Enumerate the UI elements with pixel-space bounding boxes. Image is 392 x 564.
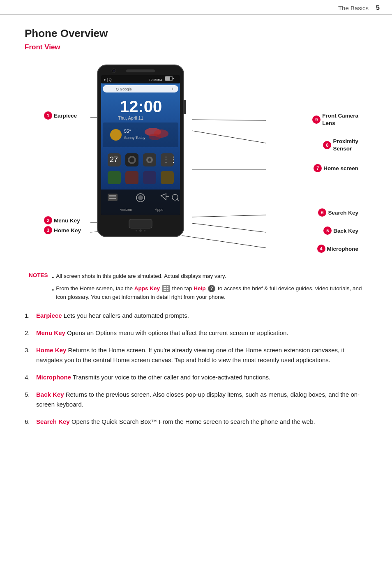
note-1: All screen shots in this guide are simul… <box>56 272 226 281</box>
item-num-3: 3. <box>25 345 34 355</box>
notes-section: NOTES • All screen shots in this guide a… <box>25 272 371 302</box>
item-content-1: Earpiece Lets you hear callers and autom… <box>36 311 189 321</box>
bullet-dot-2: • <box>52 286 54 295</box>
svg-point-25 <box>110 129 122 141</box>
svg-rect-43 <box>143 171 156 184</box>
help-icon: ? <box>208 285 215 292</box>
header-title: The Basics <box>338 5 369 12</box>
list-item-5: 5. Back Key Returns to the previous scre… <box>25 390 371 409</box>
item-desc-4: Transmits your voice to the other caller… <box>73 374 270 381</box>
sub-title: Front View <box>25 43 371 51</box>
svg-point-38 <box>148 158 151 162</box>
header-page: 5 <box>376 4 380 12</box>
svg-rect-17 <box>173 78 174 79</box>
list-item-2: 2. Menu Key Opens an Options menu with o… <box>25 328 371 338</box>
section-title: Phone Overview <box>25 27 371 40</box>
main-content: Phone Overview Front View <box>0 15 392 446</box>
list-item-1: 1. Earpiece Lets you hear callers and au… <box>25 311 371 321</box>
svg-text:Q Google: Q Google <box>116 87 132 91</box>
svg-text:Apps: Apps <box>155 208 164 212</box>
text-front-camera: Front CameraLens <box>322 112 358 127</box>
item-content-4: Microphone Transmits your voice to the o… <box>36 372 270 382</box>
apps-key-icon <box>162 285 170 292</box>
num-proximity: 8 <box>323 141 331 149</box>
apps-key-label: Apps Key <box>134 285 160 291</box>
svg-point-35 <box>129 157 134 162</box>
text-home-key: Home Key <box>54 227 81 233</box>
phone-image: ● | Q 12:35PM ▲▲ Q Google + 12:00 Thu, A… <box>95 63 186 236</box>
num-front-camera: 9 <box>312 116 321 124</box>
item-content-3: Home Key Returns to the Home screen. If … <box>36 345 371 365</box>
svg-rect-61 <box>129 219 152 228</box>
phone-diagram: ● | Q 12:35PM ▲▲ Q Google + 12:00 Thu, A… <box>30 59 367 260</box>
item-desc-2: Opens an Options menu with options that … <box>67 329 288 336</box>
num-home-key: 3 <box>44 226 52 234</box>
item-desc-3: Returns to the Home screen. If you're al… <box>36 347 344 363</box>
text-earpiece: Earpiece <box>54 113 77 119</box>
item-key-5: Back Key <box>36 391 64 398</box>
text-home-screen: Home screen <box>323 165 358 171</box>
num-microphone: 4 <box>317 245 325 253</box>
list-item-6: 6. Search Key Opens the Quick Search Box… <box>25 417 371 427</box>
help-label: Help <box>194 285 205 291</box>
text-search-key: Search Key <box>328 210 358 216</box>
list-item-4: 4. Microphone Transmits your voice to th… <box>25 372 371 382</box>
item-content-2: Menu Key Opens an Options menu with opti… <box>36 328 288 338</box>
page-header: The Basics 5 <box>0 0 392 15</box>
svg-text:Thu, April 11: Thu, April 11 <box>118 116 143 120</box>
svg-rect-19 <box>103 85 178 92</box>
svg-text:27: 27 <box>110 155 118 164</box>
svg-point-64 <box>136 230 137 231</box>
item-num-5: 5. <box>25 390 34 400</box>
svg-point-63 <box>139 229 142 232</box>
text-microphone: Microphone <box>327 246 359 252</box>
label-home-key: 3 Home Key <box>44 226 81 234</box>
label-back-key: 5 Back Key <box>323 227 358 235</box>
num-search-key: 6 <box>318 208 326 217</box>
label-front-camera: 9 Front CameraLens <box>312 112 358 127</box>
svg-point-30 <box>149 134 161 140</box>
text-proximity: ProximitySensor <box>333 138 358 152</box>
svg-text:55°: 55° <box>124 129 131 134</box>
item-key-2: Menu Key <box>36 329 65 336</box>
item-key-3: Home Key <box>36 347 66 354</box>
svg-rect-58 <box>126 69 155 72</box>
bullet-dot-1: • <box>52 273 54 282</box>
label-earpiece: 1 Earpiece <box>44 111 77 120</box>
item-content-5: Back Key Returns to the previous screen.… <box>36 390 371 409</box>
item-num-6: 6. <box>25 417 34 427</box>
svg-point-65 <box>144 230 145 231</box>
notes-label: NOTES <box>29 272 48 302</box>
item-key-4: Microphone <box>36 374 71 381</box>
svg-text:Sunny Today: Sunny Today <box>124 136 145 140</box>
svg-line-8 <box>182 236 266 248</box>
label-menu-key: 2 Menu Key <box>44 216 80 224</box>
svg-text:● | Q: ● | Q <box>104 78 112 82</box>
item-content-6: Search Key Opens the Quick Search Box™ F… <box>36 417 315 427</box>
text-back-key: Back Key <box>333 228 358 234</box>
svg-line-6 <box>192 215 266 217</box>
text-menu-key: Menu Key <box>54 217 80 224</box>
item-desc-6: Opens the Quick Search Box™ From the Hom… <box>71 418 315 425</box>
svg-line-3 <box>192 120 266 120</box>
label-proximity: 8 ProximitySensor <box>323 138 358 152</box>
item-key-1: Earpiece <box>36 312 62 319</box>
svg-rect-41 <box>108 171 121 184</box>
svg-text:▲▲: ▲▲ <box>157 78 163 81</box>
svg-point-51 <box>138 195 143 200</box>
label-search-key: 6 Search Key <box>318 208 358 217</box>
item-desc-5: Returns to the previous screen. Also clo… <box>36 391 360 408</box>
svg-rect-16 <box>165 76 170 81</box>
item-num-4: 4. <box>25 372 34 382</box>
label-home-screen: 7 Home screen <box>314 164 358 172</box>
item-key-6: Search Key <box>36 418 70 425</box>
svg-text:+: + <box>171 87 174 91</box>
note-2: From the Home screen, tap the Apps Key t… <box>56 284 371 302</box>
svg-text:⋮⋮: ⋮⋮ <box>162 155 177 164</box>
description-list: 1. Earpiece Lets you hear callers and au… <box>25 311 371 427</box>
svg-line-7 <box>192 223 266 232</box>
label-microphone: 4 Microphone <box>317 245 359 253</box>
notes-content: • All screen shots in this guide are sim… <box>52 272 371 302</box>
svg-point-60 <box>113 70 115 72</box>
svg-rect-44 <box>161 171 174 184</box>
